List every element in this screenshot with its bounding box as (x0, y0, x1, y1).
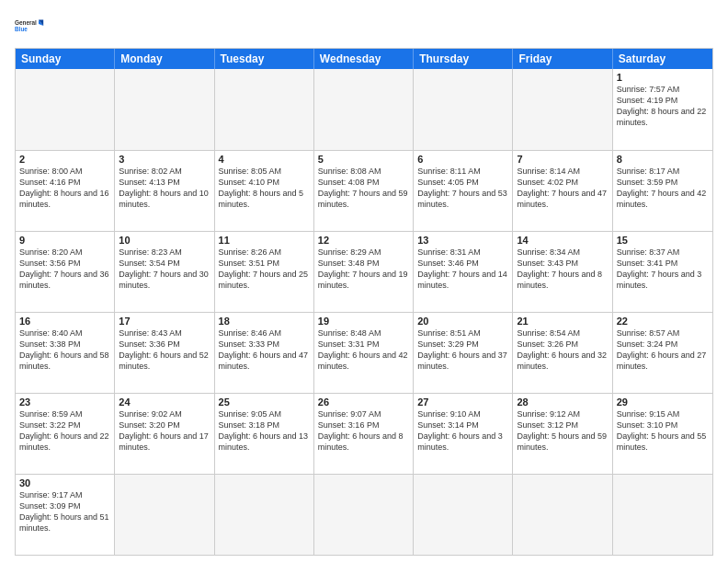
calendar-row-4: 23Sunrise: 8:59 AM Sunset: 3:22 PM Dayli… (16, 393, 712, 474)
calendar-row-0: 1Sunrise: 7:57 AM Sunset: 4:19 PM Daylig… (16, 69, 712, 150)
day-info: Sunrise: 9:02 AM Sunset: 3:20 PM Dayligh… (119, 408, 210, 454)
calendar-cell: 19Sunrise: 8:48 AM Sunset: 3:31 PM Dayli… (314, 313, 414, 393)
calendar-cell (414, 69, 513, 150)
logo: GeneralBlue (15, 11, 44, 40)
day-info: Sunrise: 8:40 AM Sunset: 3:38 PM Dayligh… (19, 327, 110, 373)
calendar-cell: 18Sunrise: 8:46 AM Sunset: 3:33 PM Dayli… (215, 313, 314, 393)
header-wednesday: Wednesday (314, 49, 414, 69)
calendar-cell: 28Sunrise: 9:12 AM Sunset: 3:12 PM Dayli… (513, 394, 612, 474)
day-info: Sunrise: 7:57 AM Sunset: 4:19 PM Dayligh… (617, 84, 709, 129)
day-info: Sunrise: 9:15 AM Sunset: 3:10 PM Dayligh… (617, 408, 709, 454)
day-number: 6 (417, 154, 508, 165)
calendar-header: SundayMondayTuesdayWednesdayThursdayFrid… (16, 49, 712, 69)
day-number: 26 (318, 396, 409, 408)
day-number: 3 (119, 154, 210, 165)
calendar-cell: 30Sunrise: 9:17 AM Sunset: 3:09 PM Dayli… (16, 475, 115, 555)
day-info: Sunrise: 8:17 AM Sunset: 3:59 PM Dayligh… (617, 166, 709, 211)
day-number: 20 (417, 316, 508, 327)
day-number: 29 (617, 396, 709, 408)
day-number: 30 (19, 477, 110, 488)
day-number: 28 (517, 396, 608, 408)
day-number: 27 (417, 396, 508, 408)
calendar-cell: 10Sunrise: 8:23 AM Sunset: 3:54 PM Dayli… (115, 232, 214, 312)
day-number: 8 (617, 154, 709, 165)
calendar-cell: 29Sunrise: 9:15 AM Sunset: 3:10 PM Dayli… (613, 394, 712, 474)
header-thursday: Thursday (414, 49, 513, 69)
calendar-cell (16, 69, 115, 150)
header-monday: Monday (115, 49, 214, 69)
day-number: 19 (318, 316, 409, 327)
day-info: Sunrise: 8:48 AM Sunset: 3:31 PM Dayligh… (318, 327, 409, 373)
calendar-cell: 9Sunrise: 8:20 AM Sunset: 3:56 PM Daylig… (16, 232, 115, 312)
header-sunday: Sunday (16, 49, 115, 69)
calendar-cell: 1Sunrise: 7:57 AM Sunset: 4:19 PM Daylig… (613, 69, 712, 150)
calendar-cell: 5Sunrise: 8:08 AM Sunset: 4:08 PM Daylig… (314, 151, 414, 231)
calendar-cell (314, 475, 414, 555)
calendar-cell (314, 69, 414, 150)
day-info: Sunrise: 8:46 AM Sunset: 3:33 PM Dayligh… (219, 327, 310, 373)
day-number: 1 (617, 72, 709, 83)
svg-text:Blue: Blue (15, 26, 28, 32)
calendar-cell: 25Sunrise: 9:05 AM Sunset: 3:18 PM Dayli… (215, 394, 314, 474)
day-number: 7 (517, 154, 608, 165)
calendar-cell: 3Sunrise: 8:02 AM Sunset: 4:13 PM Daylig… (115, 151, 214, 231)
day-info: Sunrise: 8:31 AM Sunset: 3:46 PM Dayligh… (417, 247, 508, 292)
calendar-row-5: 30Sunrise: 9:17 AM Sunset: 3:09 PM Dayli… (16, 474, 712, 555)
calendar-cell: 11Sunrise: 8:26 AM Sunset: 3:51 PM Dayli… (215, 232, 314, 312)
day-info: Sunrise: 8:37 AM Sunset: 3:41 PM Dayligh… (617, 247, 709, 292)
calendar-cell: 17Sunrise: 8:43 AM Sunset: 3:36 PM Dayli… (115, 313, 214, 393)
day-number: 25 (219, 396, 310, 408)
day-number: 16 (19, 316, 110, 327)
day-info: Sunrise: 8:26 AM Sunset: 3:51 PM Dayligh… (219, 247, 310, 292)
calendar: SundayMondayTuesdayWednesdayThursdayFrid… (15, 48, 713, 556)
day-info: Sunrise: 9:10 AM Sunset: 3:14 PM Dayligh… (417, 408, 508, 454)
day-number: 9 (19, 235, 110, 246)
day-info: Sunrise: 8:08 AM Sunset: 4:08 PM Dayligh… (318, 166, 409, 211)
calendar-cell: 13Sunrise: 8:31 AM Sunset: 3:46 PM Dayli… (414, 232, 513, 312)
calendar-body: 1Sunrise: 7:57 AM Sunset: 4:19 PM Daylig… (16, 69, 712, 555)
header-friday: Friday (513, 49, 612, 69)
day-info: Sunrise: 8:05 AM Sunset: 4:10 PM Dayligh… (219, 166, 310, 211)
page-header: GeneralBlue (15, 11, 713, 40)
day-number: 17 (119, 316, 210, 327)
day-number: 11 (219, 235, 310, 246)
logo-icon: GeneralBlue (15, 11, 44, 40)
day-number: 14 (517, 235, 608, 246)
calendar-cell: 6Sunrise: 8:11 AM Sunset: 4:05 PM Daylig… (414, 151, 513, 231)
day-info: Sunrise: 8:43 AM Sunset: 3:36 PM Dayligh… (119, 327, 210, 373)
calendar-cell (414, 475, 513, 555)
day-info: Sunrise: 8:20 AM Sunset: 3:56 PM Dayligh… (19, 247, 110, 292)
calendar-cell: 20Sunrise: 8:51 AM Sunset: 3:29 PM Dayli… (414, 313, 513, 393)
calendar-cell (613, 475, 712, 555)
calendar-cell: 21Sunrise: 8:54 AM Sunset: 3:26 PM Dayli… (513, 313, 612, 393)
calendar-cell: 15Sunrise: 8:37 AM Sunset: 3:41 PM Dayli… (613, 232, 712, 312)
day-number: 4 (219, 154, 310, 165)
calendar-cell: 16Sunrise: 8:40 AM Sunset: 3:38 PM Dayli… (16, 313, 115, 393)
svg-text:General: General (15, 19, 37, 26)
day-info: Sunrise: 8:00 AM Sunset: 4:16 PM Dayligh… (19, 166, 110, 211)
day-number: 23 (19, 396, 110, 408)
calendar-cell (115, 69, 214, 150)
calendar-cell: 14Sunrise: 8:34 AM Sunset: 3:43 PM Dayli… (513, 232, 612, 312)
day-info: Sunrise: 9:05 AM Sunset: 3:18 PM Dayligh… (219, 408, 310, 454)
day-number: 18 (219, 316, 310, 327)
calendar-cell (215, 69, 314, 150)
day-number: 22 (617, 316, 709, 327)
day-info: Sunrise: 8:59 AM Sunset: 3:22 PM Dayligh… (19, 408, 110, 454)
calendar-cell (513, 475, 612, 555)
calendar-cell: 23Sunrise: 8:59 AM Sunset: 3:22 PM Dayli… (16, 394, 115, 474)
calendar-row-2: 9Sunrise: 8:20 AM Sunset: 3:56 PM Daylig… (16, 231, 712, 312)
day-info: Sunrise: 8:34 AM Sunset: 3:43 PM Dayligh… (517, 247, 608, 292)
calendar-row-1: 2Sunrise: 8:00 AM Sunset: 4:16 PM Daylig… (16, 150, 712, 231)
calendar-cell (215, 475, 314, 555)
day-info: Sunrise: 8:14 AM Sunset: 4:02 PM Dayligh… (517, 166, 608, 211)
day-number: 2 (19, 154, 110, 165)
header-saturday: Saturday (613, 49, 712, 69)
calendar-cell: 12Sunrise: 8:29 AM Sunset: 3:48 PM Dayli… (314, 232, 414, 312)
day-info: Sunrise: 8:51 AM Sunset: 3:29 PM Dayligh… (417, 327, 508, 373)
day-number: 5 (318, 154, 409, 165)
day-info: Sunrise: 8:57 AM Sunset: 3:24 PM Dayligh… (617, 327, 709, 373)
calendar-cell: 27Sunrise: 9:10 AM Sunset: 3:14 PM Dayli… (414, 394, 513, 474)
day-info: Sunrise: 8:54 AM Sunset: 3:26 PM Dayligh… (517, 327, 608, 373)
day-number: 24 (119, 396, 210, 408)
